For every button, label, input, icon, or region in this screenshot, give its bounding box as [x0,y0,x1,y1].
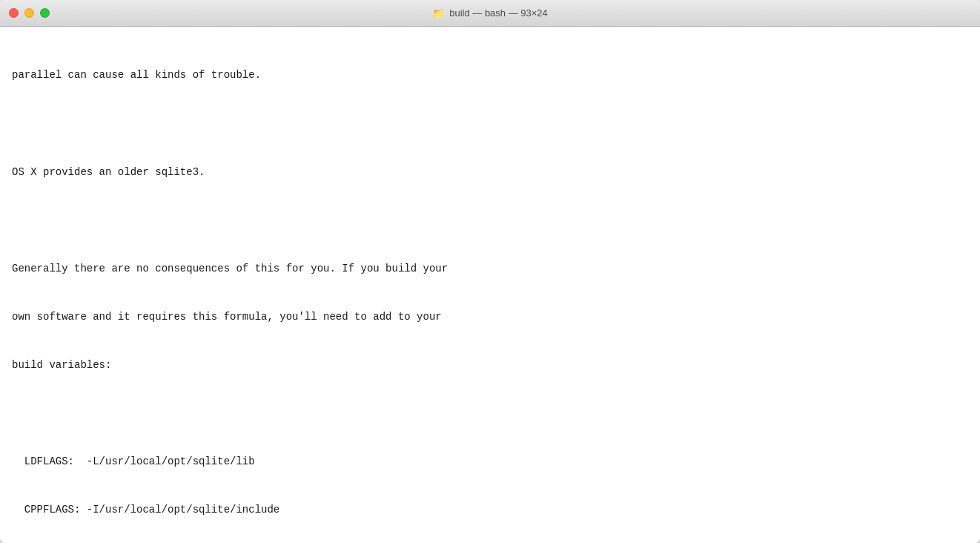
maximize-button[interactable] [40,8,50,18]
line-osx: OS X provides an older sqlite3. [12,165,968,181]
line-parallel: parallel can cause all kinds of trouble. [12,68,968,84]
titlebar: 📁 build — bash — 93×24 [0,0,980,27]
close-button[interactable] [9,8,19,18]
line-ldflags: LDFLAGS: -L/usr/local/opt/sqlite/lib [12,454,968,470]
terminal-window: 📁 build — bash — 93×24 parallel can caus… [0,0,980,543]
line-build-vars: build variables: [12,358,968,374]
terminal-body[interactable]: parallel can cause all kinds of trouble.… [0,27,980,543]
empty-line-1 [12,116,968,132]
empty-line-2 [12,213,968,229]
empty-line-3 [12,406,968,422]
traffic-lights[interactable] [9,8,50,18]
title-text: build — bash — 93×24 [449,7,548,19]
window-title: 📁 build — bash — 93×24 [432,7,548,19]
line-software: own software and it requires this formul… [12,309,968,326]
line-generally: Generally there are no consequences of t… [12,261,968,277]
folder-icon: 📁 [432,7,445,19]
line-cppflags: CPPFLAGS: -I/usr/local/opt/sqlite/includ… [12,502,968,519]
minimize-button[interactable] [24,8,34,18]
